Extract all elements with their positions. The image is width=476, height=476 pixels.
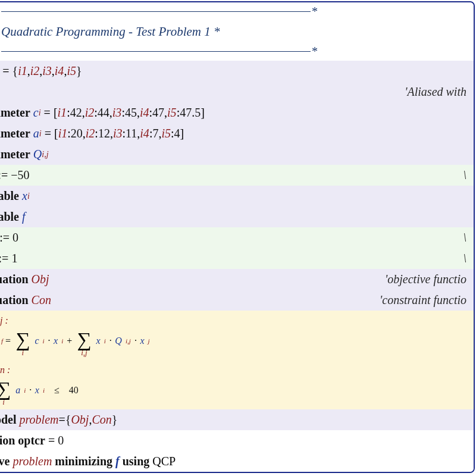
keyword-parameter: rameter: [0, 105, 30, 121]
set-member: i5: [67, 63, 76, 79]
keyword-equation: quation: [0, 292, 29, 308]
param-Q-sub: i,j: [42, 149, 48, 161]
pair-val: 7: [152, 126, 158, 142]
decl-set-j: t j 'Aliased with: [0, 82, 474, 102]
solve-objvar: f: [115, 453, 120, 469]
keyword-equation: quation: [0, 271, 29, 287]
assign-op: :=: [0, 250, 8, 267]
plus-op: +: [67, 336, 72, 346]
keyword-solve: lve: [0, 453, 10, 469]
assign-val: 0: [12, 230, 18, 246]
keyword-option: tion optcr: [0, 433, 45, 449]
sigma-icon: ∑ i,j: [77, 330, 91, 356]
equals-sign: =: [58, 412, 65, 428]
assign-op: :=: [0, 230, 10, 246]
comment-obj: 'objective functio: [385, 271, 469, 287]
dot-op: ·: [48, 336, 51, 346]
pair-key: i3: [112, 105, 122, 121]
assign-xup: P := 1 \: [0, 248, 474, 269]
pair-val: 42: [70, 105, 82, 121]
decl-eq-con: quation Con 'constraint functio: [0, 290, 474, 311]
code-listing-panel: * Quadratic Programming - Test Problem 1…: [0, 1, 475, 473]
comment-con: 'constraint functio: [380, 292, 469, 308]
set-member: i3: [42, 63, 52, 79]
pair-key: i3: [113, 126, 123, 142]
dot-op: ·: [109, 336, 112, 346]
param-c-sub: i: [39, 108, 41, 119]
pair-key: i5: [167, 105, 177, 121]
param-c: c: [33, 105, 39, 121]
decl-param-Q: rameter Q i,j: [0, 144, 474, 165]
dot-op: ·: [134, 336, 137, 346]
keyword-variable: riable: [0, 209, 19, 225]
assign-val: −50: [11, 167, 29, 183]
title-text: Quadratic Programming - Test Problem 1 *: [1, 23, 220, 40]
pair-key: i4: [140, 105, 149, 121]
eq-con-label: n :: [0, 365, 10, 375]
eq-obj-block: j : f = ∑ i ci · xi + ∑ i,j xi · Qi,j: [0, 311, 474, 360]
assign-val: 1: [11, 250, 17, 267]
listing-title: Quadratic Programming - Test Problem 1 *: [0, 21, 474, 42]
pair-key: i2: [86, 126, 95, 142]
eq-obj-label: j :: [0, 315, 8, 325]
var-f: f: [22, 209, 26, 225]
page-frame: * Quadratic Programming - Test Problem 1…: [0, 0, 476, 476]
model-member: Obj: [71, 412, 89, 428]
decl-param-c: rameter c i = [ i1: 42, i2: 44, i3: 45, …: [0, 102, 474, 123]
param-a: a: [33, 126, 39, 142]
star-icon: *: [312, 43, 318, 60]
set-member: i1: [18, 63, 27, 79]
le-op: ≤: [54, 385, 60, 396]
decl-var-f: riable f: [0, 206, 474, 227]
eq-obj-expression: f = ∑ i ci · xi + ∑ i,j xi · Qi,j · xj: [0, 327, 150, 354]
keyword-parameter: rameter: [0, 126, 30, 142]
set-member: i2: [30, 63, 40, 79]
pair-val: 47: [152, 105, 164, 121]
param-Q: Q: [33, 146, 42, 162]
equals-sign: =: [48, 433, 55, 449]
assign-Qii: ,i := −50 \: [0, 165, 474, 186]
model-member: Con: [92, 412, 111, 428]
model-name: problem: [20, 412, 59, 428]
var-x-sub: i: [27, 191, 30, 202]
decl-param-a: rameter a i = [ i1: 20, i2: 12, i3: 11, …: [0, 123, 474, 144]
eq-con-expression: ∑ i ai · xi ≤ 40: [0, 377, 79, 403]
pair-val: 11: [126, 126, 137, 142]
dot-op: ·: [29, 385, 32, 396]
equals-sign: =: [5, 336, 11, 346]
keyword-variable: riable: [0, 188, 19, 204]
pair-val: 4: [174, 126, 180, 142]
sigma-icon: ∑ i: [15, 330, 30, 356]
pair-key: i2: [85, 105, 95, 121]
decl-set-i: t i = { i1, i2, i3, i4, i5 }: [0, 61, 474, 82]
keyword-parameter: rameter: [0, 146, 30, 162]
comment-aliased: 'Aliased with: [405, 84, 469, 100]
rule-bottom: *: [0, 42, 474, 61]
option-val: 0: [58, 433, 64, 449]
decl-var-x: riable x i: [0, 186, 474, 206]
var-x: x: [22, 188, 27, 204]
pair-key: i5: [161, 126, 171, 142]
pair-key: i1: [58, 126, 68, 142]
param-a-sub: i: [39, 129, 42, 140]
assign-op: :=: [0, 167, 8, 183]
rule-top: *: [0, 2, 474, 21]
pair-val: 44: [98, 105, 109, 121]
pair-val: 47.5: [180, 105, 201, 121]
eq-con-block: n : ∑ i ai · xi ≤ 40: [0, 360, 474, 409]
keyword-model: odel: [0, 412, 17, 428]
pair-val: 12: [98, 126, 110, 142]
solve-model: problem: [12, 453, 52, 469]
decl-eq-obj: quation Obj 'objective functio: [0, 269, 474, 290]
solve-line: lve problem minimizing f using QCP: [0, 451, 474, 472]
pair-val: 45: [125, 105, 137, 121]
eq-obj: Obj: [32, 271, 49, 287]
rhs-val: 40: [69, 385, 79, 396]
pair-val: 20: [71, 126, 83, 142]
assign-xlo: O := 0 \: [0, 227, 474, 248]
decl-model: odel problem = { Obj, Con }: [0, 409, 474, 430]
option-line: tion optcr = 0: [0, 430, 474, 451]
keyword-minimizing: minimizing: [55, 453, 112, 469]
pair-key: i4: [140, 126, 149, 142]
solver-type: QCP: [152, 453, 176, 469]
